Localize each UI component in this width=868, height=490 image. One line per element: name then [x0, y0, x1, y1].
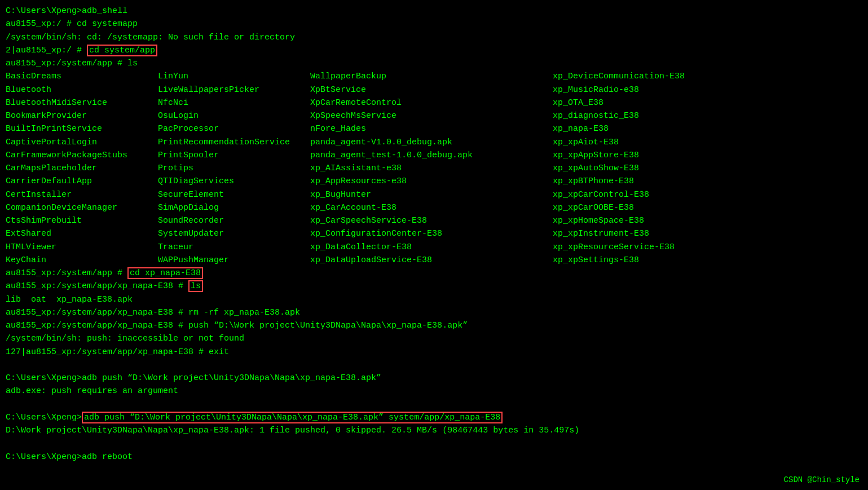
ls-cell: SimAppDialog: [158, 201, 310, 214]
line-blank3: [6, 437, 862, 450]
line-blank2: [6, 398, 862, 411]
highlight-adb-push-cmd: adb push “D:\Work project\Unity3DNapa\Na…: [82, 412, 503, 423]
watermark: CSDN @Chin_style: [784, 475, 860, 484]
ls-cell: PrintRecommendationService: [158, 136, 310, 149]
line-root-prompt: au8155_xp:/ # cd systemapp: [6, 17, 862, 30]
ls-cell: SoundRecorder: [158, 214, 310, 227]
line-initial-prompt: C:\Users\Xpeng>adb_shell: [6, 5, 862, 17]
ls-cell: XpBtService: [310, 83, 553, 96]
ls-cell: BasicDreams: [6, 70, 158, 83]
line-ls2: au8155_xp:/system/app/xp_napa-E38 # ls: [6, 280, 862, 293]
ls-cell: xp_xpResourceService-E38: [553, 241, 778, 254]
ls-cell: nFore_Hades: [310, 122, 553, 135]
ls-cell: xp_xpCarControl-E38: [553, 188, 778, 201]
ls-cell: xp_BugHunter: [310, 188, 553, 201]
ls-col-3: WallpaperBackup XpBtService XpCarRemoteC…: [310, 70, 553, 267]
ls-cell: OsuLogin: [158, 109, 310, 122]
ls-cell: xp_xpHomeSpace-E38: [553, 214, 778, 227]
ls-cell: CtsShimPrebuilt: [6, 214, 158, 227]
ls-cell: CompanionDeviceManager: [6, 201, 158, 214]
ls-cell: BuiltInPrintService: [6, 122, 158, 135]
ls-cell: xp_DataCollector-E38: [310, 241, 553, 254]
line-cd-xp-napa: au8155_xp:/system/app # cd xp_napa-E38: [6, 267, 862, 280]
ls-cell: WAPPushManager: [158, 254, 310, 267]
ls-cell: CarMapsPlaceholder: [6, 162, 158, 175]
ls-cell: SystemUpdater: [158, 227, 310, 240]
ls-cell: xp_DataUploadService-E38: [310, 254, 553, 267]
ls-cell: xp_AIAssistant-e38: [310, 162, 553, 175]
line-ls2-result: lib oat xp_napa-E38.apk: [6, 293, 862, 306]
highlight-cd-system-app: cd system/app: [87, 45, 157, 56]
ls-cell: xp_xpAutoShow-E38: [553, 162, 778, 175]
ls-cell: PrintSpooler: [158, 149, 310, 162]
ls-cell: xp_DeviceCommunication-E38: [553, 70, 778, 83]
ls-cell: HTMLViewer: [6, 241, 158, 254]
line-push-result: D:\Work project\Unity3DNapa\Napa\xp_napa…: [6, 424, 862, 437]
highlight-ls2: ls: [188, 280, 203, 292]
line-push-error: /system/bin/sh: push: inaccessible or no…: [6, 332, 862, 345]
ls-cell: xp_xpBTPhone-E38: [553, 175, 778, 188]
ls-col-1: BasicDreams Bluetooth BluetoothMidiServi…: [6, 70, 158, 267]
ls-cell: xp_xpCarOOBE-E38: [553, 201, 778, 214]
ls-cell: xp_CarSpeechService-E38: [310, 214, 553, 227]
ls-cell: Traceur: [158, 241, 310, 254]
ls-cell: CaptivePortalLogin: [6, 136, 158, 149]
ls-cell: Protips: [158, 162, 310, 175]
ls-cell: CarFrameworkPackageStubs: [6, 149, 158, 162]
ls-cell: xp_MusicRadio-e38: [553, 83, 778, 96]
ls-cell: xp_diagnostic_E38: [553, 109, 778, 122]
ls-cell: xp_xpSettings-E38: [553, 254, 778, 267]
ls-cell: xp_ConfigurationCenter-E38: [310, 227, 553, 240]
ls-cell: XpSpeechMsService: [310, 109, 553, 122]
ls-cell: CertInstaller: [6, 188, 158, 201]
highlight-cd-xp-napa: cd xp_napa-E38: [127, 267, 203, 279]
ls-cell: xp_CarAccount-E38: [310, 201, 553, 214]
line-blank1: [6, 359, 862, 372]
line-cd-system-app: 2|au8155_xp:/ # cd system/app: [6, 44, 862, 57]
line-adb-push-ok: C:\Users\Xpeng>adb push “D:\Work project…: [6, 411, 862, 424]
line-adb-push-fail-error: adb.exe: push requires an argument: [6, 385, 862, 398]
prompt-cd-system: 2|au8155_xp:/ #: [6, 46, 87, 55]
ls-cell: ExtShared: [6, 227, 158, 240]
line-ls-prompt: au8155_xp:/system/app # ls: [6, 57, 862, 70]
ls-cell: QTIDiagServices: [158, 175, 310, 188]
line-rm: au8155_xp:/system/app/xp_napa-E38 # rm -…: [6, 306, 862, 319]
ls-cell: BluetoothMidiService: [6, 96, 158, 109]
ls-cell: WallpaperBackup: [310, 70, 553, 83]
line-error: /system/bin/sh: cd: /systemapp: No such …: [6, 31, 862, 44]
prompt-adb-push-ok: C:\Users\Xpeng>: [6, 413, 82, 422]
line-push: au8155_xp:/system/app/xp_napa-E38 # push…: [6, 319, 862, 332]
ls-cell: LiveWallpapersPicker: [158, 83, 310, 96]
ls-cell: panda_agent-V1.0.0_debug.apk: [310, 136, 553, 149]
ls-cell: xp_xpAiot-E38: [553, 136, 778, 149]
ls-cell: xp_AppResources-e38: [310, 175, 553, 188]
ls-cell: BookmarkProvider: [6, 109, 158, 122]
ls-cell: panda_agent_test-1.0.0_debug.apk: [310, 149, 553, 162]
ls-cell: XpCarRemoteControl: [310, 96, 553, 109]
ls-cell: PacProcessor: [158, 122, 310, 135]
ls-cell: xp_xpAppStore-E38: [553, 149, 778, 162]
ls-cell: CarrierDefaultApp: [6, 175, 158, 188]
line-exit: 127|au8155_xp:/system/app/xp_napa-E38 # …: [6, 346, 862, 359]
prompt-cd-xp-napa: au8155_xp:/system/app #: [6, 268, 127, 278]
ls-cell: NfcNci: [158, 96, 310, 109]
ls-cell: xp_OTA_E38: [553, 96, 778, 109]
ls-cell: xp_napa-E38: [553, 122, 778, 135]
ls-cell: LinYun: [158, 70, 310, 83]
ls-output: BasicDreams Bluetooth BluetoothMidiServi…: [6, 70, 862, 267]
ls-col-2: LinYun LiveWallpapersPicker NfcNci OsuLo…: [158, 70, 310, 267]
terminal-window: C:\Users\Xpeng>adb_shell au8155_xp:/ # c…: [0, 0, 868, 490]
ls-cell: xp_xpInstrument-E38: [553, 227, 778, 240]
ls-cell: KeyChain: [6, 254, 158, 267]
line-adb-push-fail-prompt: C:\Users\Xpeng>adb push “D:\Work project…: [6, 372, 862, 385]
line-reboot: C:\Users\Xpeng>adb reboot: [6, 451, 862, 463]
ls-cell: Bluetooth: [6, 83, 158, 96]
prompt-ls2: au8155_xp:/system/app/xp_napa-E38 #: [6, 281, 188, 291]
ls-cell: SecureElement: [158, 188, 310, 201]
ls-col-4: xp_DeviceCommunication-E38 xp_MusicRadio…: [553, 70, 778, 267]
